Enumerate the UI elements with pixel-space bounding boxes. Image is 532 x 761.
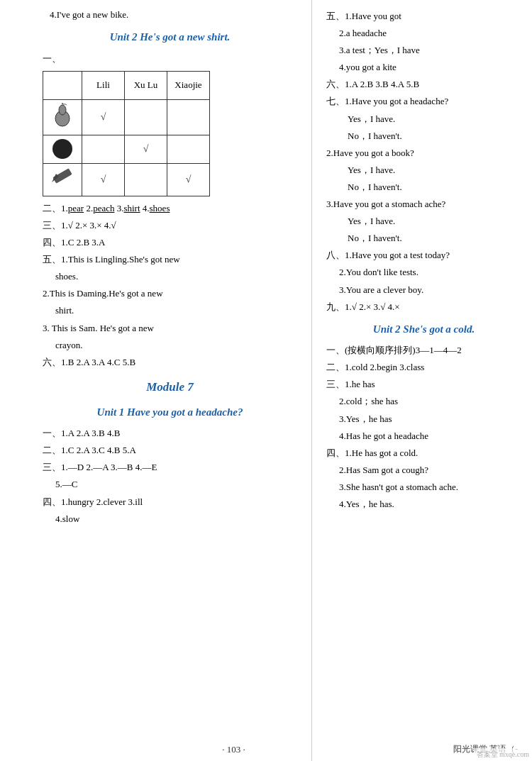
right-column: 五、1.Have you got 2.a headache 3.a test；Y… <box>312 0 532 761</box>
pear-icon <box>52 103 72 127</box>
san-line: 三、1.√ 2.× 3.× 4.√ <box>43 218 297 233</box>
row1-icon <box>43 99 82 135</box>
qi-1b: No，I haven't. <box>348 128 521 144</box>
pencil-icon <box>50 167 74 188</box>
ba-label: 八、1.Have you got a test today? <box>326 248 521 263</box>
wu-1b: shoes. <box>55 269 297 284</box>
module7-title: Module 7 <box>43 377 297 398</box>
san-b3: 3.Yes，he has <box>339 411 521 427</box>
wu-2: 2.This is Daming.He's got a new <box>43 286 297 301</box>
yi-label: 一、 <box>43 51 297 67</box>
col-lili: Lili <box>82 71 125 99</box>
san-b4: 4.Has he got a headache <box>339 428 521 444</box>
qi-1a: Yes，I have. <box>348 111 521 127</box>
wu-3: 3. This is Sam. He's got a new <box>43 321 297 336</box>
qi-3b: No，I haven't. <box>348 230 521 246</box>
san2-line: 三、1.—D 2.—A 3.—B 4.—E <box>43 460 297 475</box>
er2-line: 二、1.C 2.A 3.C 4.B 5.A <box>43 443 297 458</box>
qi-label: 七、1.Have you got a headache? <box>326 94 521 109</box>
row3-xulu <box>125 163 167 196</box>
si2-line: 四、1.hungry 2.clever 3.ill <box>43 494 297 510</box>
si2b-line: 4.slow <box>55 511 297 527</box>
qi-2a: Yes，I have. <box>348 162 521 178</box>
svg-point-1 <box>59 105 66 115</box>
row2-lili <box>82 135 125 163</box>
unit1-title: Unit 1 Have you got a headache? <box>43 404 297 422</box>
row2-xiaojie <box>167 135 210 163</box>
yi2-line: 一、1.A 2.A 3.B 4.B <box>43 426 297 441</box>
wu-r-3: 3.a test；Yes，I have <box>339 43 521 58</box>
jiu-line: 九、1.√ 2.× 3.√ 4.× <box>326 299 521 315</box>
answer-table: Lili Xu Lu Xiaojie <box>43 71 210 196</box>
top-item: 4.I've got a new bike. <box>50 7 297 23</box>
row3-lili: √ <box>82 163 125 196</box>
row1-lili: √ <box>82 99 125 135</box>
wu-2b: shirt. <box>55 303 297 318</box>
si-b4: 4.Yes，he has. <box>339 496 521 512</box>
col-xiaojie: Xiaojie <box>167 71 210 99</box>
row3-icon <box>43 163 82 196</box>
unit2-title: Unit 2 He's got a new shirt. <box>43 28 297 47</box>
ba-2: 2.You don't like tests. <box>339 265 521 280</box>
san2b-line: 5.—C <box>55 477 297 492</box>
si-b2: 2.Has Sam got a cough? <box>339 462 521 478</box>
row2-xulu: √ <box>125 135 167 163</box>
page-number: · 103 · <box>222 744 245 755</box>
unit2b-title: Unit 2 She's got a cold. <box>326 321 521 339</box>
row1-xiaojie <box>167 99 210 135</box>
san-b-label: 三、1.he has <box>326 377 521 392</box>
yi-b: 一、(按横向顺序排列)3—1—4—2 <box>326 343 521 358</box>
san-b2: 2.cold；she has <box>339 394 521 409</box>
liu-r-line: 六、1.A 2.B 3.B 4.A 5.B <box>326 77 521 92</box>
watermark: 答案堂 mxqe.com <box>474 748 532 761</box>
liu-line: 六、1.B 2.A 3.A 4.C 5.B <box>43 355 297 370</box>
col-xulu: Xu Lu <box>125 71 167 99</box>
qi-2: 2.Have you got a book? <box>326 145 521 161</box>
qi-3a: Yes，I have. <box>348 213 521 229</box>
si-line: 四、1.C 2.B 3.A <box>43 235 297 250</box>
wu-label: 五、1.This is Lingling.She's got new <box>43 252 297 267</box>
page-footer: · 103 · 阳光课堂 英语（- <box>0 743 532 755</box>
wu-r-label: 五、1.Have you got <box>326 9 521 24</box>
row3-xiaojie: √ <box>167 163 210 196</box>
page: 4.I've got a new bike. Unit 2 He's got a… <box>0 0 532 761</box>
qi-2b: No，I haven't. <box>348 179 521 195</box>
qi-3: 3.Have you got a stomach ache? <box>326 196 521 212</box>
si-b3: 3.She hasn't got a stomach ache. <box>339 479 521 495</box>
ba-3: 3.You are a clever boy. <box>339 282 521 298</box>
si-b-label: 四、1.He has got a cold. <box>326 445 521 461</box>
er-b: 二、1.cold 2.begin 3.class <box>326 360 521 375</box>
row1-xulu <box>125 99 167 135</box>
wu-r-2: 2.a headache <box>339 26 521 41</box>
wu-r-4: 4.you got a kite <box>339 60 521 75</box>
er-line: 二、1.pear 2.peach 3.shirt 4.shoes <box>43 201 297 216</box>
circle-icon <box>52 139 72 159</box>
left-column: 4.I've got a new bike. Unit 2 He's got a… <box>0 0 312 761</box>
wu-3b: crayon. <box>55 338 297 353</box>
row2-icon <box>43 135 82 163</box>
